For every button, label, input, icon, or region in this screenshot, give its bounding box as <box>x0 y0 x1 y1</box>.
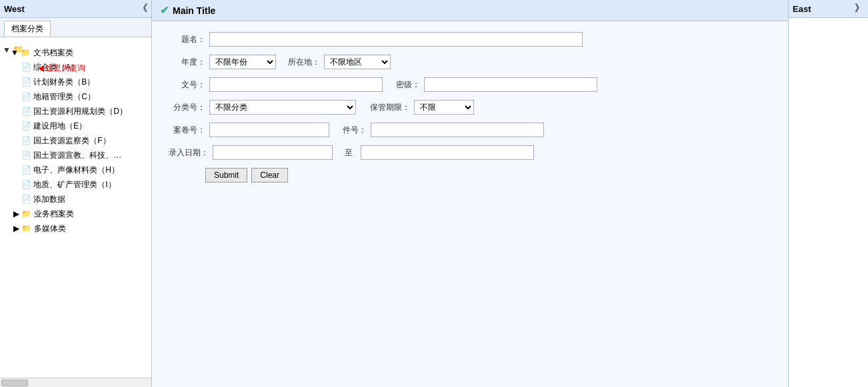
tree-node-ditu[interactable]: 📄 地籍管理类（C） <box>0 89 151 104</box>
form-row-date: 录入日期： 至 <box>165 145 775 160</box>
yewu-expand-icon: ▶ <box>13 209 21 218</box>
location-select[interactable]: 不限地区 <box>324 55 391 69</box>
zhi-label: 至 <box>339 147 353 159</box>
east-title: East <box>793 4 811 14</box>
wenhao-input[interactable] <box>209 77 383 92</box>
duomei-folder-icon: 📁 <box>21 224 31 233</box>
jihua-label: 计划财务类（B） <box>33 77 95 87</box>
guotujc-icon: 📄 <box>21 136 31 145</box>
miji-input[interactable] <box>424 77 597 92</box>
ruru-end-input[interactable] <box>361 145 534 160</box>
main-header: ✔ Main Title <box>152 0 788 21</box>
jian-input[interactable] <box>371 123 544 137</box>
east-expand-button[interactable]: 》 <box>855 3 864 15</box>
guotuxj-icon: 📄 <box>21 151 31 160</box>
tree-node-jianshe[interactable]: 📄 建设用地（E） <box>0 119 151 133</box>
fenlei-label: 分类号： <box>165 102 205 113</box>
dianzi-label: 电子、声像材料类（H） <box>33 165 119 175</box>
tree-node-duomei[interactable]: ▶ 📁 多媒体类 <box>0 221 151 236</box>
location-label: 所在地： <box>287 57 320 68</box>
tree-node-jihua[interactable]: 📄 计划财务类（B） <box>0 75 151 89</box>
tree-node-guotulg[interactable]: 📄 国土资源利用规划类（D） <box>0 104 151 119</box>
west-tab-bar: 档案分类 <box>0 18 151 37</box>
main-panel: ✔ Main Title 题名： 年度： 不限年份 所在地： 不限地区 <box>152 0 788 387</box>
tree-node-wensh[interactable]: ▼ 📁 文书档案类 <box>0 45 151 60</box>
tree-node-dianzi[interactable]: 📄 电子、声像材料类（H） <box>0 163 151 177</box>
west-tab-archives[interactable]: 档案分类 <box>4 21 51 37</box>
tree-node-yewu[interactable]: ▶ 📁 业务档案类 <box>0 206 151 221</box>
east-header: East 》 <box>789 0 868 18</box>
form-row-fenlei-baoguan: 分类号： 不限分类 保管期限： 不限 <box>165 100 775 115</box>
check-icon: ✔ <box>160 4 169 17</box>
anjuan-input[interactable] <box>209 123 329 137</box>
tree-node-guotuxj[interactable]: 📄 国土资源宣教、科技、信息档... <box>0 148 127 163</box>
west-horizontal-scrollbar[interactable] <box>0 378 151 387</box>
dianzi-icon: 📄 <box>21 165 31 175</box>
baoguan-select[interactable]: 不限 <box>414 100 474 115</box>
year-label: 年度： <box>165 57 205 68</box>
tianjia-label: 添加数据 <box>33 194 65 204</box>
guotulg-label: 国土资源利用规划类（D） <box>33 107 127 116</box>
clear-button[interactable]: Clear <box>251 168 288 183</box>
wensh-label: 文书档案类 <box>33 48 73 57</box>
guotulg-icon: 📄 <box>21 107 31 116</box>
zonghe-label: 综合类（A） <box>33 63 79 72</box>
yewu-label: 业务档案类 <box>34 209 74 218</box>
west-header: West 《 <box>0 0 151 18</box>
anjuan-label: 案卷号： <box>165 125 205 136</box>
jihua-icon: 📄 <box>21 77 31 87</box>
yewu-folder-icon: 📁 <box>21 209 31 218</box>
west-title: West <box>4 4 25 14</box>
wensh-folder-icon: 📁 <box>21 48 31 57</box>
duomei-expand-icon: ▶ <box>13 224 21 233</box>
form-row-year-location: 年度： 不限年份 所在地： 不限地区 <box>165 55 775 69</box>
ditu-label: 地籍管理类（C） <box>33 92 95 101</box>
guotuxj-label: 国土资源宣教、科技、信息档... <box>33 151 127 160</box>
jian-label: 件号： <box>340 125 367 136</box>
main-content: 题名： 年度： 不限年份 所在地： 不限地区 文号： 密级： <box>152 21 788 387</box>
dizhi-label: 地质、矿产管理类（I） <box>33 180 115 189</box>
west-collapse-button[interactable]: 《 <box>138 3 147 15</box>
tree-node-guotujc[interactable]: 📄 国土资源监察类（F） <box>0 133 151 148</box>
wenhao-label: 文号： <box>165 79 205 91</box>
form-row-wenhao-miji: 文号： 密级： <box>165 77 775 92</box>
main-title: Main Title <box>173 5 215 16</box>
ruru-label: 录入日期： <box>165 147 209 159</box>
form-row-anjuan-jian: 案卷号： 件号： <box>165 123 775 137</box>
year-select[interactable]: 不限年份 <box>209 55 276 69</box>
guotujc-label: 国土资源监察类（F） <box>33 136 110 145</box>
submit-button[interactable]: Submit <box>205 168 247 183</box>
tree-node-tianjia[interactable]: 📄 添加数据 <box>0 192 151 206</box>
tree-container: 这里为查询 ▼ 📁 ▼ 📁 文书档案类 📄 综合类（A） 📄 计划财务类（B） <box>0 37 151 378</box>
ruru-start-input[interactable] <box>213 145 333 160</box>
dizhi-icon: 📄 <box>21 180 31 189</box>
tree-node-dizhi[interactable]: 📄 地质、矿产管理类（I） <box>0 177 151 192</box>
duomei-label: 多媒体类 <box>34 224 66 233</box>
form-row-title: 题名： <box>165 32 775 47</box>
wensh-expand-icon: ▼ <box>11 48 21 57</box>
west-scrollbar-thumb[interactable] <box>1 380 28 386</box>
title-input[interactable] <box>209 32 583 47</box>
tianjia-icon: 📄 <box>21 194 31 204</box>
miji-label: 密级： <box>393 79 420 91</box>
jianshe-label: 建设用地（E） <box>33 121 87 131</box>
title-label: 题名： <box>165 34 205 45</box>
ditu-icon: 📄 <box>21 92 31 101</box>
west-panel: West 《 档案分类 这里为查询 ▼ 📁 ▼ 📁 文书档案类 <box>0 0 152 387</box>
root-expand-icon: ▼ <box>3 45 11 55</box>
jianshe-icon: 📄 <box>21 121 31 131</box>
tree-node-zonghe[interactable]: 📄 综合类（A） <box>0 60 151 75</box>
zonghe-icon: 📄 <box>21 63 31 72</box>
east-panel: East 》 <box>788 0 868 387</box>
baoguan-label: 保管期限： <box>367 102 410 113</box>
form-row-buttons: Submit Clear <box>165 168 775 183</box>
fenlei-select[interactable]: 不限分类 <box>209 100 356 115</box>
